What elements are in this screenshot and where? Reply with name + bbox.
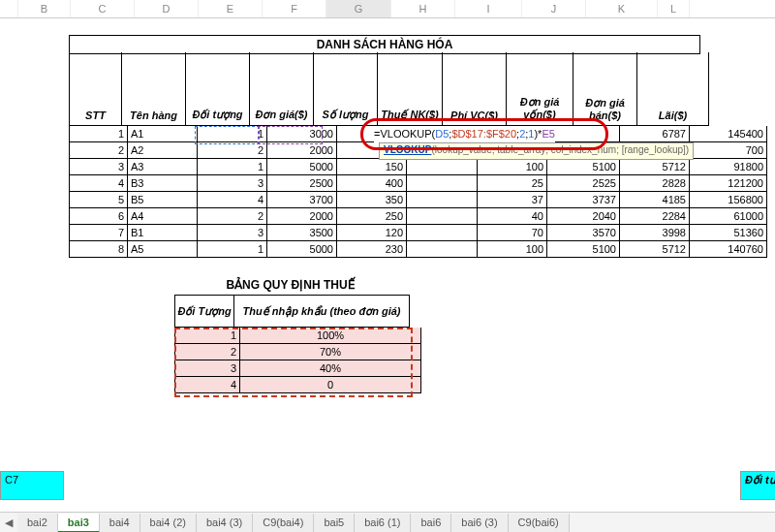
cell[interactable]: 1 <box>197 241 266 258</box>
cell[interactable]: 2000 <box>266 208 336 225</box>
spreadsheet-grid[interactable]: B C D E F G H I J K L DANH SÁCH HÀNG HÓA… <box>0 0 775 512</box>
tab-bai6 (1)[interactable]: bai6 (1) <box>355 514 411 533</box>
cell[interactable]: 7 <box>69 225 127 241</box>
cell[interactable]: 2040 <box>546 208 619 225</box>
tax-key[interactable]: 3 <box>174 360 239 377</box>
tax-val[interactable]: 70% <box>239 344 421 360</box>
tax-key[interactable]: 4 <box>174 377 239 393</box>
tax-row[interactable]: 1100% <box>174 328 421 344</box>
cell[interactable]: 2828 <box>619 175 689 192</box>
tax-val[interactable]: 100% <box>239 328 421 344</box>
cell[interactable]: 3 <box>197 175 266 192</box>
tax-row[interactable]: 40 <box>174 377 421 393</box>
cell[interactable]: 91800 <box>689 159 767 175</box>
cell[interactable]: 2 <box>197 142 266 159</box>
cell[interactable]: 3700 <box>266 192 336 208</box>
cell[interactable]: 120 <box>336 225 406 241</box>
cell[interactable]: 2 <box>69 142 127 159</box>
cell[interactable] <box>406 225 477 241</box>
cell[interactable]: 51360 <box>689 225 767 241</box>
cell[interactable]: 100 <box>477 241 546 258</box>
cell[interactable]: 2525 <box>546 175 619 192</box>
cell[interactable]: 3 <box>69 159 127 175</box>
cell[interactable] <box>546 126 619 142</box>
cell[interactable]: 400 <box>336 175 406 192</box>
tax-key[interactable]: 2 <box>174 344 239 360</box>
cell[interactable]: 8 <box>69 241 127 258</box>
cell[interactable]: 1 <box>69 126 127 142</box>
cell[interactable]: 3570 <box>546 225 619 241</box>
cell[interactable]: 140760 <box>689 241 767 258</box>
tab-C9(bai6)[interactable]: C9(bai6) <box>509 514 570 533</box>
cell[interactable]: 37 <box>477 192 546 208</box>
tab-bai6[interactable]: bai6 <box>411 514 451 533</box>
col-K[interactable]: K <box>586 0 658 17</box>
cell[interactable]: 100 <box>477 159 546 175</box>
tab-bai4[interactable]: bai4 <box>100 514 140 533</box>
tooltip-fn-link[interactable]: VLOOKUP <box>384 144 431 155</box>
cell[interactable]: 3500 <box>266 225 336 241</box>
tab-nav-prev[interactable]: ◀ <box>0 516 17 529</box>
cell[interactable]: 250 <box>336 208 406 225</box>
cell[interactable]: 350 <box>336 192 406 208</box>
table-row[interactable]: 8A51500023010051005712140760 <box>69 241 767 258</box>
table-row[interactable]: 4B3325004002525252828121200 <box>69 175 767 192</box>
cell[interactable]: 6 <box>69 208 127 225</box>
cell[interactable]: 230 <box>336 241 406 258</box>
cell[interactable]: 2 <box>197 208 266 225</box>
cell[interactable] <box>406 159 477 175</box>
cell[interactable]: 3000 <box>266 126 336 142</box>
tax-val[interactable]: 0 <box>239 377 421 393</box>
cell[interactable]: 1 <box>197 159 266 175</box>
cell[interactable]: 121200 <box>689 175 767 192</box>
col-I[interactable]: I <box>455 0 522 17</box>
cell[interactable]: A2 <box>127 142 197 159</box>
table-row[interactable]: 6A422000250402040228461000 <box>69 208 767 225</box>
tax-row[interactable]: 340% <box>174 360 421 377</box>
cell[interactable]: 2500 <box>266 175 336 192</box>
table-row[interactable]: 7B133500120703570399851360 <box>69 225 767 241</box>
cell[interactable] <box>406 241 477 258</box>
col-F[interactable]: F <box>263 0 326 17</box>
formula-edit[interactable]: =VLOOKUP(D5;$D$17:$F$20;2;1)*E5 <box>374 126 555 142</box>
col-L[interactable]: L <box>658 0 690 17</box>
cell[interactable]: 700 <box>689 142 767 159</box>
tab-bai4 (3)[interactable]: bai4 (3) <box>197 514 253 533</box>
tab-bai4 (2)[interactable]: bai4 (2) <box>140 514 197 533</box>
cell[interactable]: 5100 <box>546 241 619 258</box>
col-H[interactable]: H <box>391 0 455 17</box>
tab-bai6 (3)[interactable]: bai6 (3) <box>451 514 508 533</box>
tax-val[interactable]: 40% <box>239 360 421 377</box>
table-row[interactable]: 3A3150001501005100571291800 <box>69 159 767 175</box>
cell[interactable]: 4 <box>197 192 266 208</box>
cell[interactable]: A4 <box>127 208 197 225</box>
cell[interactable]: 5100 <box>546 159 619 175</box>
cell[interactable]: 5000 <box>266 241 336 258</box>
cell[interactable]: 1 <box>197 126 266 142</box>
tab-bai5[interactable]: bai5 <box>314 514 355 533</box>
cell[interactable]: B3 <box>127 175 197 192</box>
cell[interactable] <box>406 175 477 192</box>
cell[interactable]: 5712 <box>619 159 689 175</box>
tax-key[interactable]: 1 <box>174 328 239 344</box>
cell[interactable]: A1 <box>127 126 197 142</box>
cell[interactable]: 25 <box>477 175 546 192</box>
col-G[interactable]: G <box>326 0 391 17</box>
table-row[interactable]: 5B5437003503737374185156800 <box>69 192 767 208</box>
tab-bai2[interactable]: bai2 <box>17 514 58 533</box>
cell[interactable]: B5 <box>127 192 197 208</box>
cell[interactable]: 5712 <box>619 241 689 258</box>
cell[interactable]: 145400 <box>689 126 767 142</box>
col-E[interactable]: E <box>199 0 263 17</box>
cell[interactable]: 5000 <box>266 159 336 175</box>
cell[interactable]: A5 <box>127 241 197 258</box>
cell[interactable]: 2000 <box>266 142 336 159</box>
cell[interactable]: 61000 <box>689 208 767 225</box>
cell[interactable] <box>406 208 477 225</box>
cell[interactable]: 3998 <box>619 225 689 241</box>
cell[interactable]: 3 <box>197 225 266 241</box>
cell[interactable]: 2284 <box>619 208 689 225</box>
cell[interactable]: 40 <box>477 208 546 225</box>
cell[interactable]: 156800 <box>689 192 767 208</box>
sheet-tabs[interactable]: ◀ bai2bai3bai4bai4 (2)bai4 (3)C9(bai4)ba… <box>0 512 775 532</box>
